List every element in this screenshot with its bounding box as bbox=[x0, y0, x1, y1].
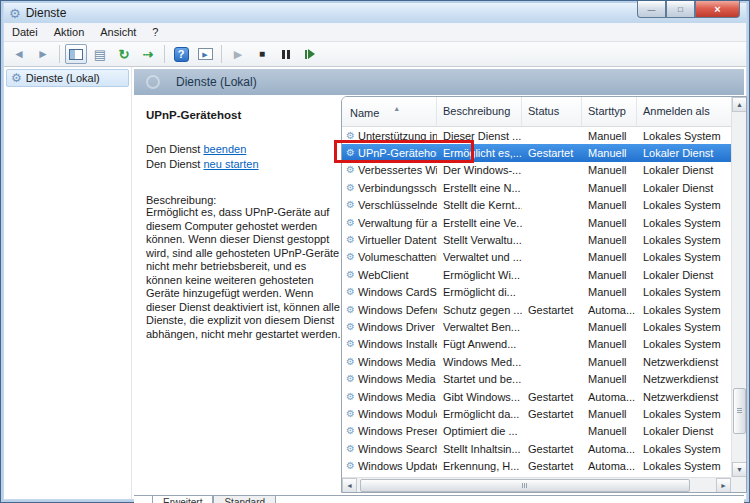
stop-service-icon[interactable]: ■ bbox=[251, 44, 273, 64]
tab-standard[interactable]: Standard bbox=[213, 496, 276, 503]
table-row[interactable]: ⚙Windows Media P...Gibt Windows...Gestar… bbox=[342, 388, 731, 405]
service-gear-icon: ⚙ bbox=[346, 409, 355, 419]
service-starttype-cell: Manuell bbox=[582, 217, 637, 229]
scroll-left-button[interactable]: ◄ bbox=[342, 478, 357, 493]
table-row[interactable]: ⚙Windows Media C...Windows Med...Manuell… bbox=[342, 353, 731, 370]
table-row[interactable]: ⚙Volumeschattenk...Verwaltet und ...Manu… bbox=[342, 249, 731, 266]
service-description-cell: Erkennung, H... bbox=[437, 460, 522, 472]
service-name: Windows Installer bbox=[358, 338, 437, 350]
restart-service-icon[interactable] bbox=[299, 44, 321, 64]
service-gear-icon: ⚙ bbox=[346, 339, 355, 349]
table-row[interactable]: ⚙Windows UpdateErkennung, H...GestartetA… bbox=[342, 457, 731, 474]
vertical-scroll-thumb[interactable] bbox=[733, 388, 746, 434]
scroll-down-button[interactable]: ▼ bbox=[732, 462, 747, 477]
minimize-button[interactable]: — bbox=[637, 1, 666, 18]
window-play-glyph: ▶ bbox=[198, 48, 213, 60]
pause-service-icon[interactable] bbox=[275, 44, 297, 64]
service-description-cell: Stellt Inhaltsin... bbox=[437, 443, 522, 455]
scroll-right-button[interactable]: ► bbox=[716, 478, 731, 493]
service-name: Windows Defender bbox=[358, 304, 437, 316]
annotation-red-box bbox=[334, 140, 474, 163]
horizontal-scroll-thumb[interactable] bbox=[360, 479, 690, 492]
title-bar[interactable]: ⚙ Dienste — □ × bbox=[4, 3, 746, 23]
service-starttype-cell: Automa... bbox=[582, 460, 637, 472]
service-status-cell: Gestartet bbox=[522, 391, 582, 403]
service-starttype-cell: Manuell bbox=[582, 338, 637, 350]
table-row[interactable]: ⚙Windows Driver F...Verwaltet Ben...Manu… bbox=[342, 318, 731, 335]
export-list-icon[interactable]: ⇢ bbox=[137, 44, 159, 64]
column-header-name[interactable]: Name▲ bbox=[342, 97, 437, 126]
table-row[interactable]: ⚙Windows Module...Ermöglicht da...Gestar… bbox=[342, 405, 731, 422]
description-label: Beschreibung: bbox=[146, 194, 344, 206]
horizontal-scrollbar[interactable]: ◄ ► bbox=[342, 477, 731, 492]
service-description-cell: Erstellt eine Ve... bbox=[437, 217, 522, 229]
service-logon-cell: Lokales System bbox=[637, 321, 731, 333]
service-logon-cell: Lokales System bbox=[637, 234, 731, 246]
service-starttype-cell: Manuell bbox=[582, 321, 637, 333]
back-icon[interactable]: ◄ bbox=[8, 44, 30, 64]
service-logon-cell: Lokaler Dienst bbox=[637, 147, 731, 159]
restart-service-link[interactable]: neu starten bbox=[203, 158, 258, 170]
pause-bars-glyph bbox=[282, 50, 290, 59]
service-name-cell: ⚙Volumeschattenk... bbox=[342, 251, 437, 263]
table-row[interactable]: ⚙Windows CardSpa...Ermöglicht di...Manue… bbox=[342, 284, 731, 301]
table-row[interactable]: ⚙WebClientErmöglicht Wi...ManuellLokaler… bbox=[342, 266, 731, 283]
service-status-cell: Gestartet bbox=[522, 147, 582, 159]
menu-item-datei[interactable]: Datei bbox=[4, 24, 46, 40]
table-row[interactable]: ⚙Verbessertes Wind...Der Windows-...Manu… bbox=[342, 162, 731, 179]
column-header-beschreibung[interactable]: Beschreibung bbox=[437, 97, 522, 126]
table-row[interactable]: ⚙Verbindungsschic...Erstellt eine N...Ma… bbox=[342, 179, 731, 196]
table-row[interactable]: ⚙Virtueller Datenträ...Stellt Verwaltu..… bbox=[342, 231, 731, 248]
stop-service-line: Den Dienst beenden bbox=[146, 143, 344, 155]
service-starttype-cell: Manuell bbox=[582, 425, 637, 437]
service-gear-icon: ⚙ bbox=[346, 392, 355, 402]
service-name: Windows Driver F... bbox=[358, 321, 437, 333]
table-row[interactable]: ⚙Verwaltung für au...Erstellt eine Ve...… bbox=[342, 214, 731, 231]
tab-erweitert[interactable]: Erweitert bbox=[152, 496, 213, 503]
toolbar-separator bbox=[221, 45, 222, 63]
extended-view-icon[interactable]: ▶ bbox=[194, 44, 216, 64]
menu-item-?[interactable]: ? bbox=[144, 24, 166, 40]
service-description-cell: Gibt Windows... bbox=[437, 391, 522, 403]
console-tree: ⚙ Dienste (Lokal) bbox=[4, 67, 132, 499]
table-row[interactable]: ⚙Windows Presenta...Optimiert die ...Man… bbox=[342, 423, 731, 440]
show-console-tree-icon[interactable] bbox=[65, 44, 87, 64]
tree-item-dienste-lokal[interactable]: ⚙ Dienste (Lokal) bbox=[6, 69, 129, 87]
table-row[interactable]: ⚙Windows Media C...Startet und be...Manu… bbox=[342, 370, 731, 387]
column-header-starttyp[interactable]: Starttyp bbox=[582, 97, 637, 126]
service-name: Volumeschattenk... bbox=[358, 251, 437, 263]
restart-glyph bbox=[305, 49, 315, 59]
service-status-cell: Gestartet bbox=[522, 408, 582, 420]
column-header-status[interactable]: Status bbox=[522, 97, 582, 126]
service-starttype-cell: Manuell bbox=[582, 286, 637, 298]
table-row[interactable]: ⚙Windows SearchStellt Inhaltsin...Gestar… bbox=[342, 440, 731, 457]
service-name-cell: ⚙WebClient bbox=[342, 269, 437, 281]
service-gear-icon: ⚙ bbox=[346, 357, 355, 367]
table-row[interactable]: ⚙Verschlüsselndes ...Stellt die Kernt...… bbox=[342, 197, 731, 214]
properties-icon[interactable]: ▤ bbox=[89, 44, 111, 64]
stop-prefix: Den Dienst bbox=[146, 143, 203, 155]
table-row[interactable]: ⚙Windows InstallerFügt Anwend...ManuellL… bbox=[342, 336, 731, 353]
start-service-icon[interactable]: ▶ bbox=[227, 44, 249, 64]
service-logon-cell: Netzwerkdienst bbox=[637, 391, 731, 403]
menu-item-aktion[interactable]: Aktion bbox=[46, 24, 93, 40]
column-header-anmelden-als[interactable]: Anmelden als bbox=[637, 97, 731, 126]
vertical-scrollbar[interactable]: ▲ ▼ bbox=[731, 97, 746, 477]
maximize-button[interactable]: □ bbox=[666, 1, 695, 18]
scroll-up-button[interactable]: ▲ bbox=[732, 97, 747, 112]
table-row[interactable]: ⚙Windows DefenderSchutz gegen ...Gestart… bbox=[342, 301, 731, 318]
menu-item-ansicht[interactable]: Ansicht bbox=[92, 24, 144, 40]
restart-prefix: Den Dienst bbox=[146, 158, 203, 170]
help-icon[interactable]: ? bbox=[170, 44, 192, 64]
stop-service-link[interactable]: beenden bbox=[203, 143, 246, 155]
service-name-cell: ⚙Verbindungsschic... bbox=[342, 182, 437, 194]
service-logon-cell: Lokales System bbox=[637, 251, 731, 263]
refresh-icon[interactable]: ↻ bbox=[113, 44, 135, 64]
close-button[interactable]: × bbox=[695, 1, 740, 18]
service-logon-cell: Lokaler Dienst bbox=[637, 425, 731, 437]
service-description-cell: Stellt Verwaltu... bbox=[437, 234, 522, 246]
service-status-cell: Gestartet bbox=[522, 304, 582, 316]
service-name: Verbindungsschic... bbox=[358, 182, 437, 194]
list-rows: ⚙Unterstützung in ...Dieser Dienst ...Ma… bbox=[342, 127, 731, 477]
forward-icon[interactable]: ► bbox=[32, 44, 54, 64]
